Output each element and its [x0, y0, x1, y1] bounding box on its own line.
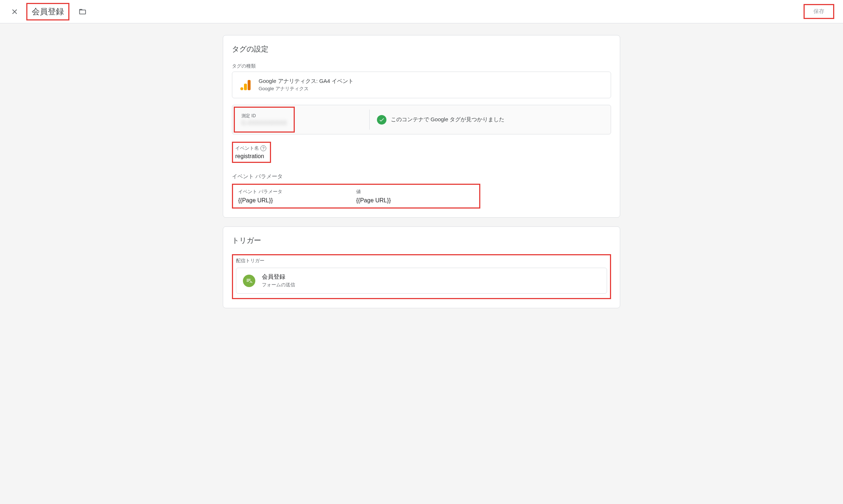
firing-triggers-label: 配信トリガー — [236, 257, 607, 264]
trigger-card: トリガー 配信トリガー 会員登録 フォームの送信 — [223, 226, 620, 308]
tag-type-selector[interactable]: Google アナリティクス: GA4 イベント Google アナリティクス — [232, 72, 611, 98]
event-name-label: イベント名 — [235, 145, 259, 152]
close-button[interactable] — [6, 3, 23, 20]
param-row[interactable]: {{Page URL}} {{Page URL}} — [238, 197, 474, 204]
param-value: {{Page URL}} — [356, 197, 474, 204]
trigger-name: 会員登録 — [262, 273, 295, 281]
measurement-id-label: 測定 ID — [241, 113, 287, 119]
event-params-table: イベント パラメータ 値 {{Page URL}} {{Page URL}} — [232, 184, 480, 209]
form-submit-icon — [243, 275, 255, 287]
event-params-section-label: イベント パラメータ — [232, 173, 611, 180]
tag-type-name: Google アナリティクス: GA4 イベント — [259, 78, 354, 85]
help-icon[interactable]: ? — [260, 145, 266, 151]
tag-type-label: タグの種類 — [232, 63, 611, 69]
google-tag-found-text: このコンテナで Google タグが見つかりました — [391, 116, 505, 123]
dialog-header: 会員登録 保存 — [0, 0, 843, 23]
trigger-card-title: トリガー — [232, 236, 611, 245]
google-analytics-icon — [240, 79, 251, 91]
measurement-id-field[interactable]: 測定 ID G-XXXXXXXXXX — [234, 107, 295, 133]
param-key: {{Page URL}} — [238, 197, 356, 204]
param-header-value: 値 — [356, 188, 474, 195]
save-button[interactable]: 保存 — [804, 4, 834, 19]
check-circle-icon — [377, 115, 386, 125]
measurement-id-row: 測定 ID G-XXXXXXXXXX このコンテナで Google タグが見つか… — [232, 105, 611, 134]
folder-icon — [79, 8, 87, 16]
close-icon — [11, 8, 19, 16]
tag-type-subtitle: Google アナリティクス — [259, 85, 354, 92]
event-name-field[interactable]: イベント名 ? registration — [232, 142, 271, 163]
trigger-type: フォームの送信 — [262, 282, 295, 288]
event-name-value: registration — [235, 153, 266, 160]
folder-button[interactable] — [75, 4, 90, 19]
tag-title-input[interactable]: 会員登録 — [26, 3, 69, 20]
trigger-row[interactable]: 会員登録 フォームの送信 — [236, 268, 607, 294]
tag-config-title: タグの設定 — [232, 44, 611, 54]
tag-config-card: タグの設定 タグの種類 Google アナリティクス: GA4 イベント Goo… — [223, 35, 620, 218]
measurement-id-value: G-XXXXXXXXXX — [241, 120, 287, 126]
param-header-key: イベント パラメータ — [238, 188, 356, 195]
